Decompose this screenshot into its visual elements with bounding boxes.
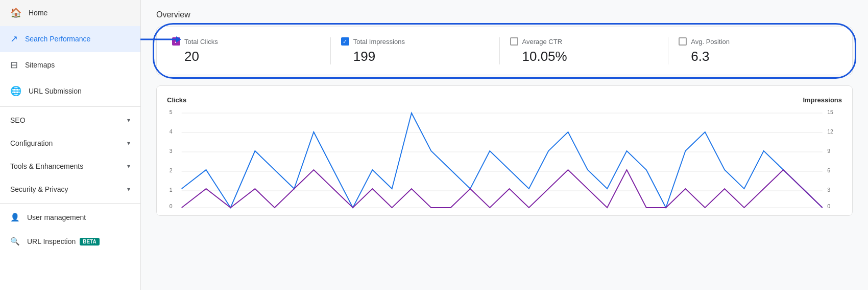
avg-position-value: 6.3 (679, 49, 709, 64)
search-icon: 🔍 (10, 237, 20, 246)
chevron-down-icon: ▾ (127, 140, 130, 147)
metric-total-clicks[interactable]: ✓ Total Clicks 20 (172, 37, 331, 64)
average-ctr-label: Average CTR (522, 38, 563, 46)
divider (0, 106, 140, 107)
total-clicks-value: 20 (172, 49, 199, 64)
svg-text:3: 3 (827, 187, 830, 193)
svg-text:15: 15 (827, 109, 833, 115)
total-impressions-value: 199 (341, 49, 375, 64)
globe-icon: 🌐 (10, 85, 21, 97)
total-clicks-checkbox[interactable]: ✓ (172, 37, 180, 46)
sidebar-item-label: SEO (10, 116, 26, 124)
metric-avg-position[interactable]: Avg. Position 6.3 (668, 37, 837, 64)
svg-text:2: 2 (170, 167, 173, 173)
sidebar-item-label: Sitemaps (25, 61, 55, 69)
sidebar-item-label: URL Submission (29, 87, 82, 95)
svg-text:12: 12 (827, 128, 833, 135)
total-clicks-label: Total Clicks (184, 38, 218, 46)
svg-text:0: 0 (170, 203, 173, 209)
sidebar: 🏠 Home ↗ Search Performance ⊟ Sitemaps 🌐… (0, 0, 141, 290)
clicks-axis-label: Clicks (167, 96, 186, 104)
beta-badge: BETA (80, 238, 99, 246)
sidebar-item-sitemaps[interactable]: ⊟ Sitemaps (0, 52, 140, 78)
sidebar-item-url-inspection[interactable]: 🔍 URL Inspection BETA (0, 230, 140, 254)
svg-text:1: 1 (170, 187, 173, 193)
sidebar-item-security-privacy[interactable]: Security & Privacy ▾ (0, 178, 140, 201)
sidebar-item-url-submission[interactable]: 🌐 URL Submission (0, 78, 140, 104)
chart-container: 5 4 3 2 1 0 15 12 9 6 3 0 (167, 108, 842, 210)
chevron-down-icon: ▾ (127, 163, 130, 170)
trend-icon: ↗ (10, 33, 18, 44)
avg-position-label: Avg. Position (691, 38, 730, 46)
sidebar-item-home[interactable]: 🏠 Home (0, 0, 140, 26)
sidebar-item-seo[interactable]: SEO ▾ (0, 109, 140, 132)
average-ctr-value: 10.05% (510, 49, 567, 64)
chart-header: Clicks Impressions (167, 96, 842, 104)
svg-text:4: 4 (170, 128, 173, 135)
sidebar-item-label: URL Inspection (27, 237, 76, 246)
impressions-axis-label: Impressions (803, 96, 842, 104)
sidebar-item-label: Tools & Enhancements (10, 162, 83, 170)
sidebar-item-user-management[interactable]: 👤 User management (0, 206, 140, 230)
sidebar-item-label: Search Performance (25, 35, 90, 43)
metrics-panel: ✓ Total Clicks 20 ✓ Total Impressions 19… (156, 27, 853, 75)
sidebar-item-label: User management (27, 213, 86, 221)
total-impressions-checkbox[interactable]: ✓ (341, 37, 349, 46)
performance-chart: 5 4 3 2 1 0 15 12 9 6 3 0 (167, 108, 842, 210)
chevron-down-icon: ▾ (127, 186, 130, 193)
sidebar-item-label: Configuration (10, 139, 53, 147)
svg-text:3: 3 (170, 148, 173, 154)
sidebar-item-search-performance[interactable]: ↗ Search Performance (0, 26, 140, 52)
metrics-row: ✓ Total Clicks 20 ✓ Total Impressions 19… (172, 37, 837, 64)
sitemaps-icon: ⊟ (10, 59, 18, 71)
average-ctr-checkbox[interactable] (510, 37, 518, 46)
home-icon: 🏠 (10, 7, 21, 18)
sidebar-item-label: Security & Privacy (10, 185, 68, 193)
svg-text:9: 9 (827, 148, 830, 154)
sidebar-item-label: Home (29, 9, 47, 17)
svg-text:6: 6 (827, 167, 830, 173)
overview-title: Overview (156, 10, 853, 19)
divider (0, 203, 140, 204)
sidebar-item-tools-enhancements[interactable]: Tools & Enhancements ▾ (0, 155, 140, 178)
sidebar-item-configuration[interactable]: Configuration ▾ (0, 132, 140, 155)
chevron-down-icon: ▾ (127, 117, 130, 124)
user-icon: 👤 (10, 213, 20, 222)
chart-panel: Clicks Impressions 5 4 3 2 1 0 15 12 9 6… (156, 85, 853, 216)
total-impressions-label: Total Impressions (353, 38, 405, 46)
svg-text:0: 0 (827, 203, 830, 209)
main-content: Overview ✓ Total Clicks 20 ✓ Total Impre… (141, 0, 868, 290)
avg-position-checkbox[interactable] (679, 37, 687, 46)
metric-average-ctr[interactable]: Average CTR 10.05% (500, 37, 669, 64)
metric-total-impressions[interactable]: ✓ Total Impressions 199 (331, 37, 500, 64)
svg-text:5: 5 (170, 109, 173, 115)
